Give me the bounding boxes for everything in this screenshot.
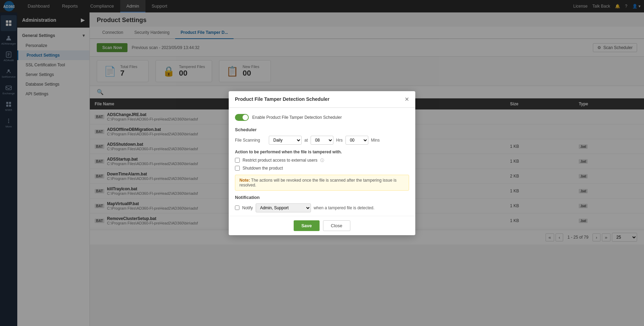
hrs-label: Hrs bbox=[336, 138, 343, 143]
help-icon-restrict[interactable]: ⓘ bbox=[320, 158, 324, 163]
modal-header: Product File Tamper Detection Scheduler … bbox=[229, 91, 415, 108]
hours-select[interactable]: 06 07 08 09 10 bbox=[311, 136, 333, 145]
modal-body: Enable Product File Tamper Detection Sch… bbox=[229, 108, 415, 216]
mins-label: Mins bbox=[371, 138, 380, 143]
restrict-access-label: Restrict product access to external user… bbox=[243, 158, 318, 163]
notify-select[interactable]: Admin, Support Admin Support bbox=[256, 203, 311, 212]
restrict-access-row: Restrict product access to external user… bbox=[235, 158, 409, 163]
save-button[interactable]: Save bbox=[294, 220, 319, 231]
frequency-select[interactable]: Daily Weekly Monthly bbox=[269, 136, 302, 145]
modal-close-button[interactable]: ✕ bbox=[405, 96, 409, 103]
note-box: Note: The actions will be revoked once t… bbox=[235, 175, 409, 191]
modal-title: Product File Tamper Detection Scheduler bbox=[235, 96, 330, 102]
scheduler-modal: Product File Tamper Detection Scheduler … bbox=[229, 91, 415, 235]
notify-label: Notify bbox=[242, 205, 253, 210]
shutdown-row: Shutdown the product bbox=[235, 166, 409, 171]
notify-row: Notify Admin, Support Admin Support when… bbox=[235, 203, 409, 212]
scheduler-section-title: Scheduler bbox=[235, 127, 409, 132]
close-modal-button[interactable]: Close bbox=[323, 220, 350, 231]
file-scanning-row: File Scanning Daily Weekly Monthly at 06… bbox=[235, 136, 409, 145]
enable-toggle-row: Enable Product File Tamper Detection Sch… bbox=[235, 114, 409, 121]
modal-overlay: Product File Tamper Detection Scheduler … bbox=[0, 0, 644, 326]
enable-toggle[interactable] bbox=[235, 114, 249, 121]
mins-select[interactable]: 00 15 30 45 bbox=[345, 136, 368, 145]
notify-checkbox[interactable] bbox=[235, 205, 239, 210]
note-text: The actions will be revoked once the fil… bbox=[239, 178, 397, 188]
shutdown-checkbox[interactable] bbox=[235, 166, 240, 171]
restrict-access-checkbox[interactable] bbox=[235, 158, 240, 163]
when-tampered-text: when a tampered file is detected. bbox=[314, 205, 375, 210]
notification-title: Notification bbox=[235, 195, 409, 200]
shutdown-label: Shutdown the product bbox=[243, 166, 283, 171]
at-label: at bbox=[304, 138, 308, 143]
note-strong: Note: bbox=[239, 178, 250, 183]
modal-footer: Save Close bbox=[229, 216, 415, 235]
action-title: Action to be performed when the file is … bbox=[235, 150, 409, 154]
toggle-knob bbox=[243, 115, 248, 120]
notification-section: Notification Notify Admin, Support Admin… bbox=[235, 195, 409, 212]
enable-toggle-label: Enable Product File Tamper Detection Sch… bbox=[252, 115, 342, 120]
file-scanning-label: File Scanning bbox=[235, 138, 266, 143]
